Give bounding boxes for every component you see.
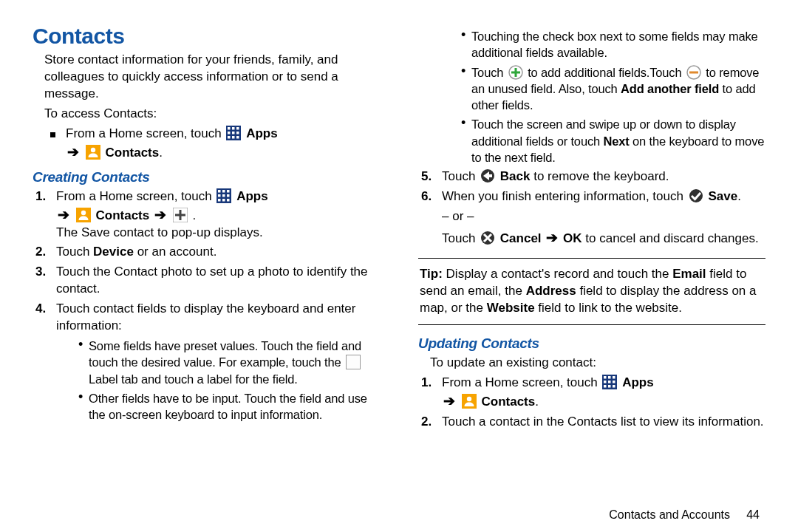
step-3: 3. Touch the Contact photo to set up a p… — [33, 264, 380, 298]
or-separator: – or – — [442, 208, 765, 225]
left-column: Contacts Store contact information for y… — [33, 24, 399, 525]
apps-icon — [602, 375, 617, 389]
step-u2: 2. Touch a contact in the Contacts list … — [418, 414, 765, 431]
contacts-icon — [462, 394, 477, 409]
sub-bullet: • Some fields have preset values. Touch … — [78, 338, 380, 387]
contacts-icon — [86, 145, 100, 160]
sub-bullet: • Other fields have to be input. Touch t… — [78, 390, 380, 423]
square-bullet — [50, 132, 55, 137]
right-steps: 5. Touch Back to remove the keyboard. 6.… — [418, 168, 765, 205]
arrow-icon: ➔ — [442, 393, 457, 409]
cancel-icon — [480, 231, 495, 245]
step-4: 4. Touch contact fields to display the k… — [33, 301, 380, 426]
page-title: Contacts — [33, 24, 380, 49]
creating-heading: Creating Contacts — [33, 169, 380, 185]
access-step: From a Home screen, touch Apps ➔ Contact… — [33, 126, 380, 162]
right-column: • Touching the check box next to some fi… — [399, 24, 765, 525]
step-5: 5. Touch Back to remove the keyboard. — [418, 168, 765, 185]
arrow-icon: ➔ — [66, 144, 81, 160]
contacts-icon — [76, 208, 91, 222]
sub-bullet: • Touch the screen and swipe up or down … — [461, 116, 765, 166]
sub-bullet: • Touching the check box next to some fi… — [461, 28, 765, 61]
remove-field-icon — [686, 65, 701, 80]
step-1: 1. From a Home screen, touch Apps ➔ Cont… — [33, 188, 380, 242]
apps-icon — [226, 126, 241, 140]
apps-icon — [216, 188, 231, 203]
access-step-text: From a Home screen, touch Apps ➔ Contact… — [66, 126, 380, 162]
updating-intro: To update an existing contact: — [418, 355, 765, 372]
intro-text: Store contact information for your frien… — [33, 52, 380, 103]
access-label: To access Contacts: — [33, 106, 380, 123]
add-field-icon — [508, 65, 523, 80]
label-icon — [346, 355, 361, 369]
tip-box: Tip: Display a contact's record and touc… — [418, 258, 765, 325]
plus-icon — [173, 208, 188, 222]
step4-subbullets: • Some fields have preset values. Touch … — [56, 338, 380, 423]
arrow-icon: ➔ — [153, 207, 168, 222]
arrow-icon: ➔ — [545, 230, 559, 245]
save-icon — [689, 188, 703, 203]
step-6: 6. When you finish entering information,… — [418, 188, 765, 205]
step4-continued: • Touching the check box next to some fi… — [418, 28, 765, 166]
updating-heading: Updating Contacts — [418, 335, 765, 352]
sub-bullet: • Touch to add additional fields.Touch t… — [461, 64, 765, 114]
creating-steps: 1. From a Home screen, touch Apps ➔ Cont… — [33, 188, 380, 426]
manual-page: Contacts Store contact information for y… — [0, 0, 798, 532]
back-icon — [480, 168, 495, 183]
step-2: 2. Touch Device or an account. — [33, 244, 380, 261]
arrow-icon: ➔ — [56, 207, 71, 222]
cancel-line: Touch Cancel ➔ OK to cancel and discard … — [442, 228, 765, 248]
updating-steps: 1. From a Home screen, touch Apps ➔ Cont… — [418, 375, 765, 431]
page-footer: Contacts and Accounts 44 — [609, 508, 760, 522]
step-u1: 1. From a Home screen, touch Apps ➔ Cont… — [418, 375, 765, 411]
